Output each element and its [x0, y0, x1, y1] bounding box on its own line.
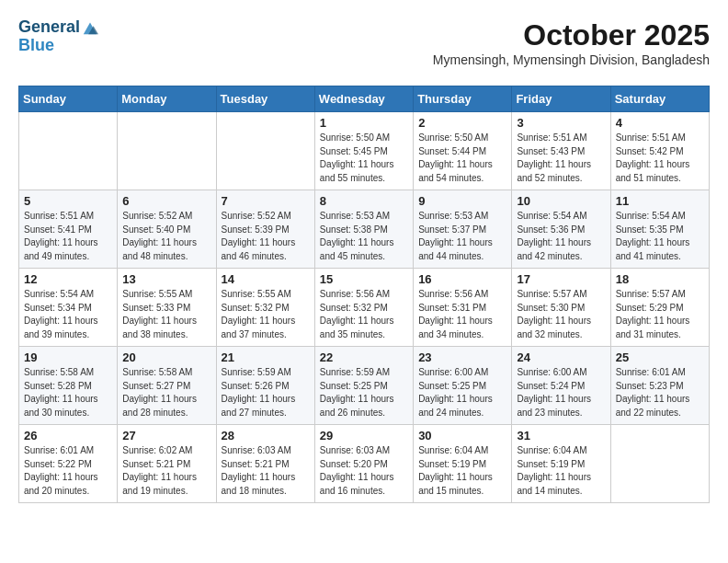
calendar-cell: 29Sunrise: 6:03 AMSunset: 5:20 PMDayligh… — [314, 425, 413, 503]
day-info: Sunrise: 5:59 AMSunset: 5:25 PMDaylight:… — [320, 366, 408, 419]
day-number: 17 — [517, 272, 605, 286]
day-info: Sunrise: 5:54 AMSunset: 5:34 PMDaylight:… — [24, 288, 112, 341]
day-number: 2 — [418, 116, 506, 130]
weekday-header-friday: Friday — [512, 86, 610, 112]
day-info: Sunrise: 6:04 AMSunset: 5:19 PMDaylight:… — [517, 444, 605, 498]
week-row-4: 19Sunrise: 5:58 AMSunset: 5:28 PMDayligh… — [19, 347, 710, 425]
calendar-cell: 8Sunrise: 5:53 AMSunset: 5:38 PMDaylight… — [314, 190, 413, 269]
weekday-header-monday: Monday — [118, 86, 216, 112]
weekday-header-thursday: Thursday — [414, 86, 512, 112]
calendar-cell: 20Sunrise: 5:58 AMSunset: 5:27 PMDayligh… — [118, 347, 216, 425]
day-info: Sunrise: 5:52 AMSunset: 5:39 PMDaylight:… — [222, 210, 310, 263]
calendar-title: October 2025 — [433, 18, 710, 52]
day-info: Sunrise: 6:03 AMSunset: 5:20 PMDaylight:… — [320, 444, 408, 498]
day-number: 10 — [517, 194, 605, 208]
day-number: 8 — [320, 194, 408, 208]
day-info: Sunrise: 5:53 AMSunset: 5:37 PMDaylight:… — [418, 210, 506, 263]
calendar-cell: 22Sunrise: 5:59 AMSunset: 5:25 PMDayligh… — [314, 347, 413, 425]
logo-general: General — [18, 18, 80, 37]
day-info: Sunrise: 5:52 AMSunset: 5:40 PMDaylight:… — [122, 210, 210, 263]
calendar-cell: 9Sunrise: 5:53 AMSunset: 5:37 PMDaylight… — [414, 190, 512, 269]
day-info: Sunrise: 5:57 AMSunset: 5:30 PMDaylight:… — [517, 288, 605, 341]
day-info: Sunrise: 5:59 AMSunset: 5:26 PMDaylight:… — [222, 366, 310, 419]
calendar-cell: 24Sunrise: 6:00 AMSunset: 5:24 PMDayligh… — [512, 347, 610, 425]
day-info: Sunrise: 5:53 AMSunset: 5:38 PMDaylight:… — [320, 210, 408, 263]
day-number: 20 — [122, 350, 210, 364]
day-number: 16 — [418, 272, 506, 286]
calendar-cell — [610, 425, 709, 503]
day-info: Sunrise: 6:02 AMSunset: 5:21 PMDaylight:… — [122, 444, 210, 498]
calendar-cell: 27Sunrise: 6:02 AMSunset: 5:21 PMDayligh… — [118, 425, 216, 503]
day-number: 18 — [616, 272, 704, 286]
calendar-cell: 3Sunrise: 5:51 AMSunset: 5:43 PMDaylight… — [512, 112, 610, 190]
day-number: 28 — [222, 429, 310, 442]
day-number: 6 — [122, 194, 210, 208]
day-number: 24 — [517, 350, 605, 364]
calendar-cell: 16Sunrise: 5:56 AMSunset: 5:31 PMDayligh… — [414, 269, 512, 347]
calendar-cell: 28Sunrise: 6:03 AMSunset: 5:21 PMDayligh… — [216, 425, 314, 503]
weekday-header-tuesday: Tuesday — [216, 86, 314, 112]
calendar-cell: 10Sunrise: 5:54 AMSunset: 5:36 PMDayligh… — [512, 190, 610, 269]
day-number: 7 — [222, 194, 310, 208]
day-info: Sunrise: 5:51 AMSunset: 5:42 PMDaylight:… — [616, 132, 704, 185]
day-info: Sunrise: 6:01 AMSunset: 5:23 PMDaylight:… — [616, 366, 704, 419]
logo: General Blue — [18, 18, 98, 55]
day-number: 29 — [320, 429, 408, 442]
day-info: Sunrise: 5:56 AMSunset: 5:31 PMDaylight:… — [418, 288, 506, 341]
calendar-cell: 26Sunrise: 6:01 AMSunset: 5:22 PMDayligh… — [19, 425, 118, 503]
calendar-cell — [118, 112, 216, 190]
calendar-cell: 7Sunrise: 5:52 AMSunset: 5:39 PMDaylight… — [216, 190, 314, 269]
day-info: Sunrise: 6:00 AMSunset: 5:24 PMDaylight:… — [517, 366, 605, 419]
calendar-cell: 2Sunrise: 5:50 AMSunset: 5:44 PMDaylight… — [414, 112, 512, 190]
week-row-1: 1Sunrise: 5:50 AMSunset: 5:45 PMDaylight… — [19, 112, 710, 190]
calendar-table: SundayMondayTuesdayWednesdayThursdayFrid… — [18, 86, 710, 503]
day-info: Sunrise: 5:58 AMSunset: 5:28 PMDaylight:… — [24, 366, 112, 419]
day-info: Sunrise: 5:55 AMSunset: 5:33 PMDaylight:… — [122, 288, 210, 341]
calendar-cell: 21Sunrise: 5:59 AMSunset: 5:26 PMDayligh… — [216, 347, 314, 425]
day-info: Sunrise: 5:56 AMSunset: 5:32 PMDaylight:… — [320, 288, 408, 341]
day-info: Sunrise: 5:50 AMSunset: 5:45 PMDaylight:… — [320, 132, 408, 185]
calendar-cell: 6Sunrise: 5:52 AMSunset: 5:40 PMDaylight… — [118, 190, 216, 269]
day-info: Sunrise: 5:58 AMSunset: 5:27 PMDaylight:… — [122, 366, 210, 419]
day-number: 11 — [616, 194, 704, 208]
calendar-cell: 17Sunrise: 5:57 AMSunset: 5:30 PMDayligh… — [512, 269, 610, 347]
calendar-cell — [19, 112, 118, 190]
calendar-cell: 12Sunrise: 5:54 AMSunset: 5:34 PMDayligh… — [19, 269, 118, 347]
day-number: 26 — [24, 429, 112, 442]
calendar-cell: 31Sunrise: 6:04 AMSunset: 5:19 PMDayligh… — [512, 425, 610, 503]
calendar-cell: 4Sunrise: 5:51 AMSunset: 5:42 PMDaylight… — [610, 112, 709, 190]
day-number: 12 — [24, 272, 112, 286]
weekday-header-wednesday: Wednesday — [314, 86, 413, 112]
day-info: Sunrise: 6:00 AMSunset: 5:25 PMDaylight:… — [418, 366, 506, 419]
week-row-3: 12Sunrise: 5:54 AMSunset: 5:34 PMDayligh… — [19, 269, 710, 347]
calendar-cell: 14Sunrise: 5:55 AMSunset: 5:32 PMDayligh… — [216, 269, 314, 347]
week-row-2: 5Sunrise: 5:51 AMSunset: 5:41 PMDaylight… — [19, 190, 710, 269]
calendar-cell: 25Sunrise: 6:01 AMSunset: 5:23 PMDayligh… — [610, 347, 709, 425]
day-number: 22 — [320, 350, 408, 364]
day-number: 31 — [517, 429, 605, 442]
day-number: 23 — [418, 350, 506, 364]
day-number: 4 — [616, 116, 704, 130]
calendar-cell: 1Sunrise: 5:50 AMSunset: 5:45 PMDaylight… — [314, 112, 413, 190]
day-info: Sunrise: 6:01 AMSunset: 5:22 PMDaylight:… — [24, 444, 112, 498]
day-number: 3 — [517, 116, 605, 130]
logo-blue: Blue — [18, 36, 54, 54]
calendar-cell: 11Sunrise: 5:54 AMSunset: 5:35 PMDayligh… — [610, 190, 709, 269]
day-number: 5 — [24, 194, 112, 208]
calendar-cell: 15Sunrise: 5:56 AMSunset: 5:32 PMDayligh… — [314, 269, 413, 347]
day-info: Sunrise: 6:03 AMSunset: 5:21 PMDaylight:… — [222, 444, 310, 498]
day-number: 30 — [418, 429, 506, 442]
calendar-cell: 13Sunrise: 5:55 AMSunset: 5:33 PMDayligh… — [118, 269, 216, 347]
day-info: Sunrise: 5:54 AMSunset: 5:35 PMDaylight:… — [616, 210, 704, 263]
day-number: 13 — [122, 272, 210, 286]
weekday-header-saturday: Saturday — [610, 86, 709, 112]
day-info: Sunrise: 5:51 AMSunset: 5:43 PMDaylight:… — [517, 132, 605, 185]
calendar-cell: 18Sunrise: 5:57 AMSunset: 5:29 PMDayligh… — [610, 269, 709, 347]
day-number: 9 — [418, 194, 506, 208]
day-number: 21 — [222, 350, 310, 364]
logo-icon — [82, 19, 98, 36]
weekday-header-sunday: Sunday — [19, 86, 118, 112]
calendar-subtitle: Mymensingh, Mymensingh Division, Banglad… — [433, 52, 710, 67]
day-info: Sunrise: 6:04 AMSunset: 5:19 PMDaylight:… — [418, 444, 506, 498]
day-number: 19 — [24, 350, 112, 364]
